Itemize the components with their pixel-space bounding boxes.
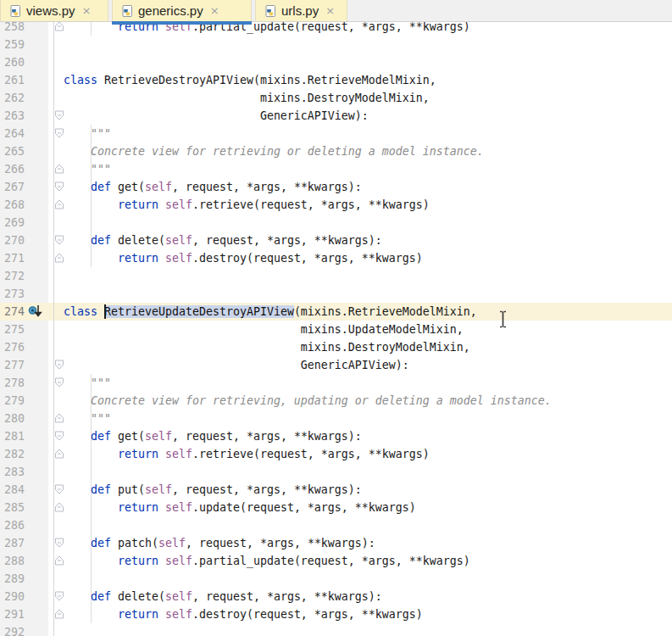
code-line[interactable]: 260: [0, 53, 672, 71]
code-text: return self.destroy(request, *args, **kw…: [64, 605, 423, 623]
line-number: 259: [4, 36, 25, 53]
line-number: 273: [4, 285, 25, 303]
code-line[interactable]: 266 """: [0, 160, 672, 178]
line-number: 275: [4, 321, 25, 338]
line-number: 265: [4, 142, 25, 160]
code-line[interactable]: 262 mixins.DestroyModelMixin,: [0, 89, 672, 107]
line-number: 280: [4, 410, 25, 427]
code-line[interactable]: 267 def get(self, request, *args, **kwar…: [0, 178, 672, 196]
code-text: Concrete view for retrieving or deleting…: [64, 142, 484, 160]
line-number: 262: [4, 89, 25, 107]
code-line[interactable]: 273: [0, 285, 672, 303]
code-line[interactable]: 264 """: [0, 125, 672, 142]
editor-window: 258 return self.partial_update(request, …: [0, 0, 672, 636]
code-text: """: [64, 125, 111, 142]
code-text: """: [64, 374, 111, 392]
mouse-cursor-ibeam: [498, 310, 508, 328]
code-line[interactable]: 268 return self.retrieve(request, *args,…: [0, 196, 672, 214]
code-text: return self.update(request, *args, **kwa…: [64, 499, 416, 516]
code-text: def get(self, request, *args, **kwargs):: [64, 178, 362, 196]
code-text: mixins.UpdateModelMixin,: [64, 321, 464, 338]
code-text: mixins.DestroyModelMixin,: [64, 89, 430, 107]
tab-close-icon[interactable]: ×: [325, 0, 335, 21]
line-number: 288: [4, 552, 25, 570]
code-text: return self.destroy(request, *args, **kw…: [64, 249, 423, 267]
tab-urls-py[interactable]: urls.py ×: [255, 0, 347, 21]
tab-label: views.py: [26, 3, 75, 18]
code-line[interactable]: 285 return self.update(request, *args, *…: [0, 499, 672, 516]
line-number: 263: [4, 107, 25, 125]
line-number: 260: [4, 53, 25, 71]
line-number: 271: [4, 249, 25, 267]
active-tab-indicator: [112, 21, 252, 25]
code-text: Concrete view for retrieving, updating o…: [64, 392, 552, 410]
code-text: class RetrieveUpdateDestroyAPIView(mixin…: [64, 303, 477, 321]
caret-location-icon: [27, 304, 44, 319]
code-line[interactable]: 261class RetrieveDestroyAPIView(mixins.R…: [0, 71, 672, 89]
code-line[interactable]: 282 return self.retrieve(request, *args,…: [0, 445, 672, 463]
line-number: 285: [4, 499, 25, 516]
code-line[interactable]: 275 mixins.UpdateModelMixin,: [0, 321, 672, 338]
code-line[interactable]: 280 """: [0, 410, 672, 427]
code-line[interactable]: 277 GenericAPIView):: [0, 356, 672, 374]
code-line[interactable]: 283: [0, 463, 672, 481]
code-line[interactable]: 269: [0, 214, 672, 232]
tab-generics-py[interactable]: generics.py ×: [112, 0, 252, 21]
line-number: 281: [4, 427, 25, 445]
line-number: 268: [4, 196, 25, 214]
code-line[interactable]: 272: [0, 267, 672, 285]
line-number: 266: [4, 160, 25, 178]
code-line[interactable]: 286: [0, 516, 672, 534]
tab-close-icon[interactable]: ×: [210, 0, 219, 21]
code-line[interactable]: 287 def patch(self, request, *args, **kw…: [0, 534, 672, 552]
code-text: GenericAPIView):: [64, 107, 369, 125]
code-text: """: [64, 160, 111, 178]
line-number: 284: [4, 481, 25, 499]
line-number: 290: [4, 588, 25, 605]
line-number: 270: [4, 232, 25, 249]
python-file-icon: [264, 4, 277, 18]
line-number: 291: [4, 605, 25, 623]
code-text: def put(self, request, *args, **kwargs):: [64, 481, 362, 499]
code-area[interactable]: 258 return self.partial_update(request, …: [0, 0, 672, 636]
line-number: 286: [4, 516, 25, 534]
code-line[interactable]: 263 GenericAPIView):: [0, 107, 672, 125]
code-text: return self.retrieve(request, *args, **k…: [64, 196, 430, 214]
code-line[interactable]: 265 Concrete view for retrieving or dele…: [0, 142, 672, 160]
code-line[interactable]: 292: [0, 623, 672, 636]
tab-label: generics.py: [138, 3, 203, 18]
code-line[interactable]: 289: [0, 570, 672, 588]
line-number: 267: [4, 178, 25, 196]
code-line[interactable]: 274class RetrieveUpdateDestroyAPIView(mi…: [0, 303, 672, 321]
code-line[interactable]: 284 def put(self, request, *args, **kwar…: [0, 481, 672, 499]
code-text: return self.partial_update(request, *arg…: [64, 552, 470, 570]
code-text: """: [64, 410, 111, 427]
code-text: def get(self, request, *args, **kwargs):: [64, 427, 362, 445]
code-line[interactable]: 290 def delete(self, request, *args, **k…: [0, 588, 672, 605]
editor-tab-bar: views.py × generics.py × urls.py ×: [0, 0, 672, 22]
line-number: 278: [4, 374, 25, 392]
line-number: 289: [4, 570, 25, 588]
line-number: 269: [4, 214, 25, 232]
line-number: 279: [4, 392, 25, 410]
code-line[interactable]: 291 return self.destroy(request, *args, …: [0, 605, 672, 623]
tab-close-icon[interactable]: ×: [82, 0, 92, 21]
python-file-icon: [8, 4, 22, 18]
code-text: class RetrieveDestroyAPIView(mixins.Retr…: [64, 71, 436, 89]
text-caret: [104, 304, 106, 319]
line-number: 276: [4, 338, 25, 356]
code-text: def patch(self, request, *args, **kwargs…: [64, 534, 375, 552]
code-line[interactable]: 270 def delete(self, request, *args, **k…: [0, 232, 672, 249]
code-line[interactable]: 279 Concrete view for retrieving, updati…: [0, 392, 672, 410]
code-line[interactable]: 281 def get(self, request, *args, **kwar…: [0, 427, 672, 445]
code-line[interactable]: 288 return self.partial_update(request, …: [0, 552, 672, 570]
code-line[interactable]: 278 """: [0, 374, 672, 392]
code-line[interactable]: 259: [0, 36, 672, 53]
code-text: def delete(self, request, *args, **kwarg…: [64, 588, 382, 605]
tab-views-py[interactable]: views.py ×: [0, 0, 108, 21]
code-line[interactable]: 276 mixins.DestroyModelMixin,: [0, 338, 672, 356]
code-line[interactable]: 271 return self.destroy(request, *args, …: [0, 249, 672, 267]
tab-label: urls.py: [281, 3, 319, 18]
code-text: GenericAPIView):: [64, 356, 409, 374]
line-number: 282: [4, 445, 25, 463]
